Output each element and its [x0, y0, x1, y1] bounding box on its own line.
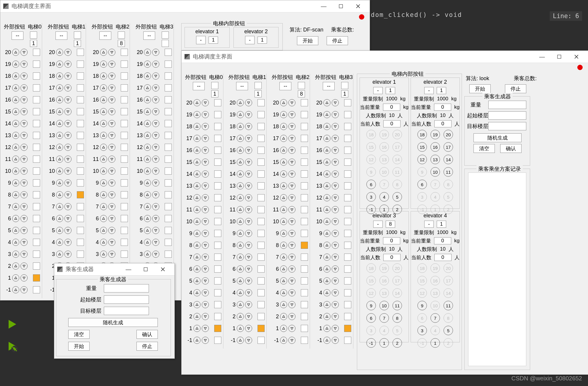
down-button[interactable] — [152, 132, 159, 139]
up-button[interactable] — [193, 242, 201, 249]
floor-button-14[interactable]: 14 — [392, 288, 402, 298]
up-button[interactable] — [100, 215, 107, 222]
up-button[interactable] — [12, 179, 19, 186]
down-button[interactable] — [202, 170, 209, 178]
down-button[interactable] — [202, 301, 209, 308]
down-button[interactable] — [20, 49, 28, 56]
down-button[interactable] — [152, 156, 159, 163]
down-button[interactable] — [20, 120, 28, 127]
up-button[interactable] — [144, 108, 151, 115]
up-button[interactable] — [144, 84, 151, 91]
floor-button-1[interactable]: 1 — [379, 338, 389, 348]
down-button[interactable] — [64, 203, 71, 210]
floor-button-19[interactable]: 19 — [379, 130, 389, 139]
start-button[interactable]: 开始 — [68, 342, 90, 351]
down-button[interactable] — [332, 147, 339, 154]
up-button[interactable] — [12, 144, 19, 151]
start-floor-input[interactable] — [104, 295, 149, 304]
close-button[interactable] — [349, 0, 367, 12]
down-button[interactable] — [20, 274, 28, 281]
up-button[interactable] — [237, 277, 244, 284]
down-button[interactable] — [64, 215, 71, 222]
down-button[interactable] — [152, 167, 159, 175]
down-button[interactable] — [332, 325, 339, 332]
up-button[interactable] — [280, 135, 287, 142]
floor-button-12[interactable]: 12 — [417, 288, 427, 298]
down-button[interactable] — [332, 313, 339, 320]
down-button[interactable] — [108, 215, 115, 222]
up-button[interactable] — [193, 313, 201, 320]
up-button[interactable] — [56, 120, 63, 127]
up-button[interactable] — [12, 239, 19, 246]
up-button[interactable] — [323, 99, 330, 106]
up-button[interactable] — [144, 203, 151, 210]
down-button[interactable] — [332, 230, 339, 237]
floor-button-7[interactable]: 7 — [379, 313, 389, 323]
floor-button-3[interactable]: 3 — [417, 192, 427, 202]
floor-button-13[interactable]: 13 — [379, 288, 389, 298]
up-button[interactable] — [12, 61, 19, 68]
random-button[interactable]: 随机生成 — [68, 318, 158, 327]
down-button[interactable] — [245, 242, 252, 249]
down-button[interactable] — [108, 144, 115, 151]
down-button[interactable] — [245, 99, 252, 106]
down-button[interactable] — [152, 72, 159, 80]
up-button[interactable] — [100, 167, 107, 175]
weight-input[interactable] — [488, 101, 526, 109]
down-button[interactable] — [64, 72, 71, 80]
down-button[interactable] — [202, 230, 209, 237]
down-button[interactable] — [20, 156, 28, 163]
clear-button[interactable]: 清空 — [68, 330, 90, 339]
down-button[interactable] — [202, 325, 209, 332]
down-button[interactable] — [202, 123, 209, 130]
down-button[interactable] — [245, 159, 252, 166]
up-button[interactable] — [56, 108, 63, 115]
up-button[interactable] — [323, 218, 330, 225]
up-button[interactable] — [193, 99, 201, 106]
down-button[interactable] — [245, 289, 252, 296]
maximize-button[interactable] — [332, 0, 349, 12]
up-button[interactable] — [237, 313, 244, 320]
down-button[interactable] — [332, 123, 339, 130]
up-button[interactable] — [280, 265, 287, 273]
titlebar-3[interactable]: 乘客生成器 — — [54, 263, 174, 276]
down-button[interactable] — [152, 191, 159, 198]
end-floor-input[interactable] — [488, 122, 526, 130]
floor-button-6[interactable]: 6 — [366, 313, 376, 323]
down-button[interactable] — [20, 72, 28, 80]
up-button[interactable] — [323, 159, 330, 166]
up-button[interactable] — [193, 111, 201, 118]
floor-button-16[interactable]: 16 — [379, 142, 389, 152]
log-area[interactable] — [468, 173, 526, 366]
down-button[interactable] — [245, 313, 252, 320]
up-button[interactable] — [280, 277, 287, 284]
start-floor-input[interactable] — [488, 111, 526, 120]
floor-button-9[interactable]: 9 — [366, 167, 376, 177]
close-button[interactable] — [154, 263, 171, 275]
floor-button-9[interactable]: 9 — [417, 301, 427, 310]
down-button[interactable] — [20, 262, 28, 270]
floor-button-10[interactable]: 10 — [379, 301, 389, 310]
up-button[interactable] — [144, 251, 151, 258]
down-button[interactable] — [245, 194, 252, 201]
down-button[interactable] — [64, 84, 71, 91]
down-button[interactable] — [20, 227, 28, 234]
floor-button-9[interactable]: 9 — [417, 167, 427, 177]
down-button[interactable] — [152, 108, 159, 115]
down-button[interactable] — [332, 289, 339, 296]
end-floor-input[interactable] — [104, 307, 149, 315]
up-button[interactable] — [280, 289, 287, 296]
down-button[interactable] — [20, 203, 28, 210]
down-button[interactable] — [288, 182, 295, 189]
floor-button-20[interactable]: 20 — [444, 263, 453, 273]
floor-button-7[interactable]: 7 — [430, 313, 440, 323]
up-button[interactable] — [237, 206, 244, 213]
up-button[interactable] — [56, 96, 63, 103]
floor-button-17[interactable]: 17 — [392, 276, 402, 285]
up-button[interactable] — [237, 265, 244, 273]
down-button[interactable] — [64, 156, 71, 163]
up-button[interactable] — [193, 182, 201, 189]
down-button[interactable] — [108, 227, 115, 234]
down-button[interactable] — [108, 239, 115, 246]
down-button[interactable] — [202, 313, 209, 320]
